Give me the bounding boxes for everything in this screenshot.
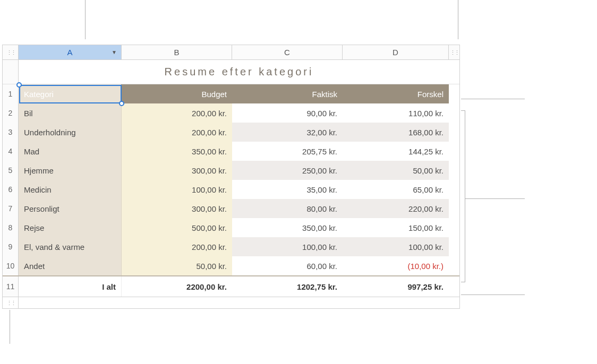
cell-budget[interactable]: 200,00 kr. bbox=[122, 103, 232, 123]
row-header-9[interactable]: 9 bbox=[3, 237, 19, 256]
add-row-handle[interactable] bbox=[3, 297, 19, 308]
table-row: 2Bil200,00 kr.90,00 kr.110,00 kr. bbox=[3, 103, 459, 123]
row-header-blank[interactable] bbox=[3, 60, 19, 84]
grip-icon bbox=[6, 299, 15, 307]
row-header-11[interactable]: 11 bbox=[3, 276, 19, 297]
column-header-A[interactable]: A ▼ bbox=[19, 45, 122, 59]
column-header-C[interactable]: C bbox=[232, 45, 343, 59]
row-header-5[interactable]: 5 bbox=[3, 161, 19, 180]
column-header-D[interactable]: D bbox=[343, 45, 449, 59]
table-row: 7Personligt300,00 kr.80,00 kr.220,00 kr. bbox=[3, 199, 459, 218]
column-header-B[interactable]: B bbox=[122, 45, 232, 59]
selection-handle[interactable] bbox=[16, 82, 22, 88]
cell-budget[interactable]: 100,00 kr. bbox=[122, 180, 232, 199]
add-column-handle[interactable] bbox=[449, 45, 459, 59]
cell-diff[interactable]: 220,00 kr. bbox=[343, 199, 449, 218]
cell-diff[interactable]: 144,25 kr. bbox=[343, 142, 449, 161]
table-title-row: Resume efter kategori bbox=[3, 60, 459, 84]
cell-actual[interactable]: 90,00 kr. bbox=[232, 103, 343, 123]
row-header-4[interactable]: 4 bbox=[3, 142, 19, 161]
callout-line bbox=[85, 0, 86, 39]
column-header-label: C bbox=[284, 48, 290, 57]
table-row: 8Rejse500,00 kr.350,00 kr.150,00 kr. bbox=[3, 218, 459, 237]
cell-diff[interactable]: 168,00 kr. bbox=[343, 123, 449, 142]
cell-category[interactable]: El, vand & varme bbox=[19, 237, 122, 256]
table-footer-row bbox=[3, 297, 459, 308]
column-header-row: A ▼ B C D bbox=[3, 45, 459, 60]
cell-actual[interactable]: 350,00 kr. bbox=[232, 218, 343, 237]
cell-category[interactable]: Personligt bbox=[19, 199, 122, 218]
table-row: 6Medicin100,00 kr.35,00 kr.65,00 kr. bbox=[3, 180, 459, 199]
total-label[interactable]: I alt bbox=[19, 276, 122, 297]
column-header-label: D bbox=[393, 48, 398, 57]
cell-category[interactable]: Andet bbox=[19, 256, 122, 275]
row-header-3[interactable]: 3 bbox=[3, 123, 19, 142]
row-header-2[interactable]: 2 bbox=[3, 103, 19, 123]
callout-line bbox=[461, 99, 525, 99]
grip-icon bbox=[6, 49, 15, 56]
callout-line bbox=[461, 294, 525, 295]
cell-diff[interactable]: 65,00 kr. bbox=[343, 180, 449, 199]
cell-budget[interactable]: 300,00 kr. bbox=[122, 199, 232, 218]
total-diff[interactable]: 997,25 kr. bbox=[343, 276, 449, 297]
table-row: 3Underholdning200,00 kr.32,00 kr.168,00 … bbox=[3, 123, 459, 142]
cell-category[interactable]: Medicin bbox=[19, 180, 122, 199]
footer-blank bbox=[19, 297, 459, 308]
row-header-7[interactable]: 7 bbox=[3, 199, 19, 218]
table-total-row: 11 I alt 2200,00 kr. 1202,75 kr. 997,25 … bbox=[3, 275, 459, 297]
cell-budget[interactable]: 300,00 kr. bbox=[122, 161, 232, 180]
cell-diff[interactable]: 110,00 kr. bbox=[343, 103, 449, 123]
table-title[interactable]: Resume efter kategori bbox=[19, 60, 459, 84]
column-header-label: A bbox=[67, 48, 72, 57]
table-row: 4Mad350,00 kr.205,75 kr.144,25 kr. bbox=[3, 142, 459, 161]
table-row: 9El, vand & varme200,00 kr.100,00 kr.100… bbox=[3, 237, 459, 256]
callout-line bbox=[10, 310, 10, 344]
table-grip-handle[interactable] bbox=[3, 45, 19, 59]
cell-category[interactable]: Underholdning bbox=[19, 123, 122, 142]
cell-budget[interactable]: 500,00 kr. bbox=[122, 218, 232, 237]
cell-actual[interactable]: 250,00 kr. bbox=[232, 161, 343, 180]
cell-diff[interactable]: 150,00 kr. bbox=[343, 218, 449, 237]
cell-actual[interactable]: 60,00 kr. bbox=[232, 256, 343, 275]
cell-actual[interactable]: 80,00 kr. bbox=[232, 199, 343, 218]
cell-category[interactable]: Hjemme bbox=[19, 161, 122, 180]
cell-diff[interactable]: (10,00 kr.) bbox=[343, 256, 449, 275]
table-row: 5Hjemme300,00 kr.250,00 kr.50,00 kr. bbox=[3, 161, 459, 180]
cell-actual[interactable]: 100,00 kr. bbox=[232, 237, 343, 256]
callout-line bbox=[458, 0, 458, 39]
cell-actual[interactable]: 205,75 kr. bbox=[232, 142, 343, 161]
cell-diff[interactable]: 50,00 kr. bbox=[343, 161, 449, 180]
cell-diff[interactable]: 100,00 kr. bbox=[343, 237, 449, 256]
grip-icon bbox=[450, 49, 458, 56]
header-cell-diff[interactable]: Forskel bbox=[343, 84, 449, 103]
total-budget[interactable]: 2200,00 kr. bbox=[122, 276, 232, 297]
header-cell-category[interactable]: Kategori bbox=[19, 84, 122, 103]
row-header-1[interactable]: 1 bbox=[3, 84, 19, 103]
header-cell-actual[interactable]: Faktisk bbox=[232, 84, 343, 103]
table-row: 10Andet50,00 kr.60,00 kr.(10,00 kr.) bbox=[3, 256, 459, 275]
row-header-6[interactable]: 6 bbox=[3, 180, 19, 199]
cell-actual[interactable]: 35,00 kr. bbox=[232, 180, 343, 199]
spreadsheet-table: A ▼ B C D Resume efter kategori 1 Katego… bbox=[2, 45, 460, 309]
total-actual[interactable]: 1202,75 kr. bbox=[232, 276, 343, 297]
table-header-row: 1 Kategori Budget Faktisk Forskel bbox=[3, 84, 459, 103]
cell-budget[interactable]: 200,00 kr. bbox=[122, 237, 232, 256]
cell-category[interactable]: Bil bbox=[19, 103, 122, 123]
chevron-down-icon[interactable]: ▼ bbox=[112, 49, 117, 55]
row-header-8[interactable]: 8 bbox=[3, 218, 19, 237]
row-header-10[interactable]: 10 bbox=[3, 256, 19, 275]
cell-budget[interactable]: 50,00 kr. bbox=[122, 256, 232, 275]
callout-line bbox=[465, 198, 525, 199]
selection-handle[interactable] bbox=[119, 101, 124, 106]
header-cell-budget[interactable]: Budget bbox=[122, 84, 232, 103]
cell-category[interactable]: Rejse bbox=[19, 218, 122, 237]
column-header-label: B bbox=[174, 48, 179, 57]
cell-budget[interactable]: 350,00 kr. bbox=[122, 142, 232, 161]
cell-actual[interactable]: 32,00 kr. bbox=[232, 123, 343, 142]
cell-budget[interactable]: 200,00 kr. bbox=[122, 123, 232, 142]
cell-category[interactable]: Mad bbox=[19, 142, 122, 161]
callout-bracket bbox=[461, 110, 465, 282]
